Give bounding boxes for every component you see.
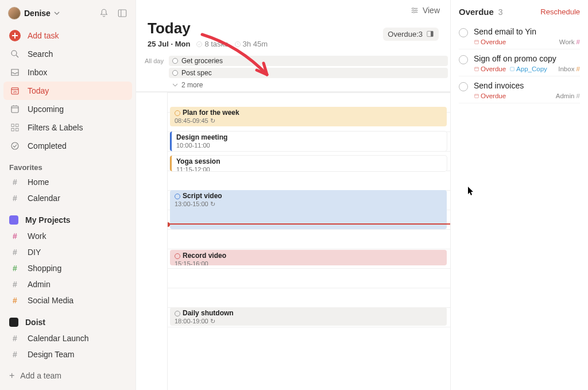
sidebar-item-shopping[interactable]: #Shopping — [3, 260, 132, 276]
calendar-event[interactable]: Record video15:15-16:00 — [170, 250, 447, 265]
svg-text:25: 25 — [13, 90, 17, 94]
overdue-chip[interactable]: Overdue:3 — [383, 28, 439, 41]
sidebar-item-calendar[interactable]: #Calendar — [3, 190, 132, 206]
svg-point-13 — [413, 11, 415, 13]
calendar-event[interactable]: Plan for the week08:45-09:45 ↻ — [170, 107, 447, 126]
sidebar-item-today[interactable]: 25Today — [3, 82, 132, 100]
inbox-icon — [9, 67, 21, 78]
sidebar-item-upcoming[interactable]: Upcoming — [3, 100, 132, 118]
overdue-item[interactable]: Sign off on promo copyOverdueApp_CopyInb… — [459, 49, 580, 76]
now-indicator: 14:45 — [168, 223, 450, 225]
task-ring[interactable] — [459, 28, 468, 37]
add-team-button[interactable]: + Add a team — [3, 366, 132, 385]
task-ring[interactable] — [172, 58, 178, 64]
sidebar-item-inbox[interactable]: Inbox — [3, 63, 132, 82]
clock-icon — [234, 41, 241, 48]
task-ring[interactable] — [175, 253, 180, 259]
calendar-event[interactable]: Design meeting10:00-11:00 — [170, 132, 447, 151]
hour-row: 20:00 — [168, 327, 450, 346]
notifications-icon[interactable] — [99, 8, 109, 18]
task-ring[interactable] — [175, 110, 180, 116]
svg-point-11 — [412, 7, 414, 9]
hash-icon: # — [9, 231, 21, 241]
recurring-icon: ↻ — [210, 117, 215, 124]
duration: 3h 45m — [234, 40, 268, 48]
doist-header[interactable]: Doist — [0, 314, 136, 330]
filters-icon — [9, 122, 21, 133]
svg-point-2 — [11, 51, 17, 56]
task-ring[interactable] — [172, 70, 178, 76]
svg-point-10 — [11, 142, 18, 149]
svg-rect-19 — [475, 67, 479, 71]
overdue-item[interactable]: Send email to YinOverdueWork # — [459, 22, 580, 49]
calendar-event[interactable]: Yoga session11:15-12:00 — [170, 156, 447, 171]
svg-rect-9 — [16, 129, 19, 132]
reschedule-button[interactable]: Reschedule — [540, 7, 580, 16]
hash-icon: # — [9, 264, 21, 273]
view-button[interactable]: View — [410, 6, 440, 15]
project-label: Work # — [559, 38, 580, 45]
sidebar-item-social-media[interactable]: #Social Media — [3, 292, 132, 308]
hour-row: 15:00 — [168, 229, 450, 249]
task-ring[interactable] — [175, 311, 180, 316]
sidebar-toggle-icon[interactable] — [117, 8, 127, 18]
plus-icon — [9, 30, 21, 41]
svg-rect-21 — [475, 94, 479, 98]
avatar — [8, 7, 21, 20]
sidebar-item-home[interactable]: #Home — [3, 174, 132, 190]
sidebar-item-design-team[interactable]: #Design Team — [3, 346, 132, 362]
allday-event[interactable]: Get groceries — [169, 56, 448, 66]
hash-icon: # — [9, 296, 21, 305]
sidebar-item-calendar-launch[interactable]: #Calendar Launch — [3, 330, 132, 346]
favorites-label: Favorites — [0, 155, 136, 174]
user-menu[interactable]: Denise — [8, 7, 60, 20]
today-icon: 25 — [9, 85, 21, 96]
sidebar-item-admin[interactable]: #Admin — [3, 276, 132, 292]
sidebar-item-diy[interactable]: #DIY — [3, 244, 132, 260]
svg-rect-17 — [431, 31, 433, 36]
sidebar-item-filters-labels[interactable]: Filters & Labels — [3, 118, 132, 137]
svg-rect-0 — [118, 10, 126, 17]
hour-row: 18:00 — [168, 288, 450, 307]
page-title: Today — [148, 20, 268, 37]
upcoming-icon — [9, 103, 21, 115]
svg-point-14 — [197, 41, 202, 47]
project-label: Inbox # — [558, 65, 580, 72]
panel-icon — [426, 30, 434, 38]
project-label: Admin # — [556, 92, 580, 99]
add-task-button[interactable]: Add task — [3, 26, 132, 45]
chevron-down-icon — [172, 82, 178, 88]
svg-rect-7 — [16, 124, 19, 127]
overdue-panel: Overdue 3 Reschedule Send email to YinOv… — [450, 0, 588, 390]
allday-row: All day Get groceriesPost spec2 more — [136, 54, 450, 92]
hash-icon: # — [9, 280, 21, 289]
doist-avatar — [9, 318, 18, 327]
hour-row: 12:00 — [168, 171, 450, 190]
svg-rect-8 — [11, 129, 14, 132]
overdue-tag: Overdue — [474, 38, 506, 45]
task-ring[interactable] — [459, 82, 468, 91]
task-ring[interactable] — [175, 194, 180, 199]
recurring-icon: ↻ — [210, 318, 215, 325]
svg-rect-5 — [11, 106, 18, 113]
sidebar-item-work[interactable]: #Work — [3, 228, 132, 244]
recurring-icon: ↻ — [210, 200, 215, 207]
app-tag: App_Copy — [509, 65, 547, 72]
sidebar-item-completed[interactable]: Completed — [3, 137, 132, 155]
allday-more[interactable]: 2 more — [169, 80, 448, 90]
date-label: 25 Jul · Mon — [148, 40, 190, 48]
check-circle-icon — [196, 41, 203, 48]
task-ring[interactable] — [459, 55, 468, 64]
sidebar-item-search[interactable]: Search — [3, 45, 132, 63]
calendar-event[interactable]: Daily shutdown18:00-19:00 ↻ — [170, 307, 447, 326]
overdue-tag: Overdue — [474, 65, 506, 72]
overdue-count: 3 — [498, 7, 503, 17]
my-projects-header[interactable]: My Projects — [0, 212, 136, 228]
main: View Today 25 Jul · Mon 8 tasks 3h 4 — [136, 0, 450, 390]
overdue-item[interactable]: Send invoicesOverdueAdmin # — [459, 76, 580, 103]
allday-event[interactable]: Post spec — [169, 68, 448, 78]
task-count: 8 tasks — [196, 40, 228, 48]
svg-rect-18 — [475, 40, 479, 44]
hash-icon: # — [577, 38, 580, 45]
hash-icon: # — [9, 194, 21, 203]
